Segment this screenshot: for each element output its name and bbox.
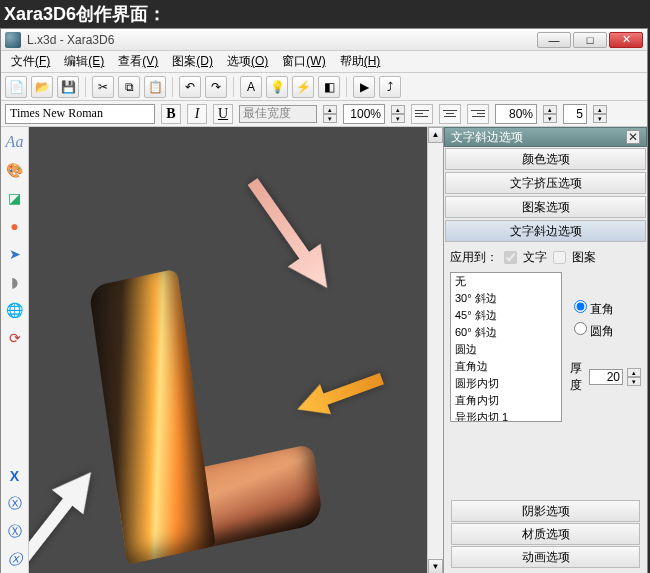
spin-up[interactable]: ▴ <box>391 105 405 114</box>
main-area: Aa 🎨 ◪ ● ➤ ◗ 🌐 ⟳ X ⓧ Ⓧ ⓧ <box>1 127 647 573</box>
menu-help[interactable]: 帮助(H) <box>334 51 387 72</box>
apply-text-checkbox[interactable] <box>504 251 517 264</box>
bevel-list-item[interactable]: 圆边 <box>451 341 561 358</box>
separator <box>346 77 347 97</box>
light-arrow-orange[interactable] <box>290 357 392 430</box>
close-button[interactable]: ✕ <box>609 32 643 48</box>
cut-button[interactable]: ✂ <box>92 76 114 98</box>
bevel-list-item[interactable]: 30° 斜边 <box>451 290 561 307</box>
align-center-button[interactable] <box>439 104 461 124</box>
page-heading: Xara3D6创作界面： <box>0 0 650 28</box>
menu-options[interactable]: 选项(O) <box>221 51 274 72</box>
text-style-icon[interactable]: Aa <box>4 131 26 153</box>
zoom-input[interactable] <box>343 104 385 124</box>
new-button[interactable]: 📄 <box>5 76 27 98</box>
corner-right-radio[interactable]: 直角 <box>574 300 637 318</box>
tab-color[interactable]: 颜色选项 <box>445 148 646 170</box>
undo-button[interactable]: ↶ <box>179 76 201 98</box>
open-button[interactable]: 📂 <box>31 76 53 98</box>
spin-up[interactable]: ▴ <box>543 105 557 114</box>
anim-icon[interactable]: ⟳ <box>4 327 26 349</box>
minimize-button[interactable]: — <box>537 32 571 48</box>
tab-anim[interactable]: 动画选项 <box>451 546 640 568</box>
app-icon <box>5 32 21 48</box>
spin-down[interactable]: ▾ <box>323 114 337 123</box>
bevel-list-item[interactable]: 45° 斜边 <box>451 307 561 324</box>
bevel-list-item[interactable]: 直角内切 <box>451 392 561 409</box>
copy-button[interactable]: ⧉ <box>118 76 140 98</box>
save-button[interactable]: 💾 <box>57 76 79 98</box>
toolbar-font: B I U ▴▾ ▴▾ ▴▾ ▴▾ <box>1 101 647 127</box>
redo-button[interactable]: ↷ <box>205 76 227 98</box>
x-tool-2-icon[interactable]: ⓧ <box>4 493 26 515</box>
underline-button[interactable]: U <box>213 104 233 124</box>
ratio-input[interactable] <box>495 104 537 124</box>
bevel-list-item[interactable]: 圆形内切 <box>451 375 561 392</box>
bevel-list-item[interactable]: 60° 斜边 <box>451 324 561 341</box>
side-toolbar: Aa 🎨 ◪ ● ➤ ◗ 🌐 ⟳ X ⓧ Ⓧ ⓧ <box>1 127 29 573</box>
color-button[interactable]: ◧ <box>318 76 340 98</box>
x-tool-3-icon[interactable]: Ⓧ <box>4 521 26 543</box>
x-tool-1-icon[interactable]: X <box>4 465 26 487</box>
menu-file[interactable]: 文件(F) <box>5 51 56 72</box>
sphere-icon[interactable]: ● <box>4 215 26 237</box>
arrow-icon[interactable]: ➤ <box>4 243 26 265</box>
spin-down[interactable]: ▾ <box>543 114 557 123</box>
palette-icon[interactable]: 🎨 <box>4 159 26 181</box>
thickness-row: 厚度 ▴▾ <box>570 360 641 394</box>
spin-down[interactable]: ▾ <box>593 114 607 123</box>
spin-up[interactable]: ▴ <box>593 105 607 114</box>
globe-icon[interactable]: 🌐 <box>4 299 26 321</box>
scroll-track[interactable] <box>428 143 443 559</box>
align-right-button[interactable] <box>467 104 489 124</box>
x-tool-4-icon[interactable]: ⓧ <box>4 549 26 571</box>
spin-down[interactable]: ▾ <box>391 114 405 123</box>
paste-button[interactable]: 📋 <box>144 76 166 98</box>
app-window: L.x3d - Xara3D6 — □ ✕ 文件(F) 编辑(E) 查看(V) … <box>0 28 648 573</box>
scroll-down-button[interactable]: ▼ <box>428 559 443 573</box>
light-button[interactable]: 💡 <box>266 76 288 98</box>
thickness-input[interactable] <box>589 369 623 385</box>
separator <box>172 77 173 97</box>
canvas-scrollbar[interactable]: ▲ ▼ <box>427 127 443 573</box>
spin-down[interactable]: ▾ <box>627 377 641 386</box>
font-select[interactable] <box>5 104 155 124</box>
corner-round-radio[interactable]: 圆角 <box>574 322 637 340</box>
panel-close-icon[interactable]: ✕ <box>626 130 640 144</box>
width-mode-select[interactable] <box>239 105 317 123</box>
bevel-list-item[interactable]: 无 <box>451 273 561 290</box>
spin-up[interactable]: ▴ <box>627 368 641 377</box>
canvas-3d-view[interactable] <box>29 127 427 573</box>
menu-window[interactable]: 窗口(W) <box>276 51 331 72</box>
flash-button[interactable]: ⚡ <box>292 76 314 98</box>
text-tool-button[interactable]: A <box>240 76 262 98</box>
bevel-list-item[interactable]: 异形内切 1 <box>451 409 561 422</box>
italic-button[interactable]: I <box>187 104 207 124</box>
export-button[interactable]: ⤴ <box>379 76 401 98</box>
shadow-icon[interactable]: ◗ <box>4 271 26 293</box>
menu-edit[interactable]: 编辑(E) <box>58 51 110 72</box>
tab-pattern[interactable]: 图案选项 <box>445 196 646 218</box>
apply-pattern-checkbox[interactable] <box>553 251 566 264</box>
tab-shadow[interactable]: 阴影选项 <box>451 500 640 522</box>
tab-bevel[interactable]: 文字斜边选项 <box>445 220 646 242</box>
preview-button[interactable]: ▶ <box>353 76 375 98</box>
window-title: L.x3d - Xara3D6 <box>27 33 114 47</box>
scroll-up-button[interactable]: ▲ <box>428 127 443 143</box>
bevel-options-section: 应用到： 文字 图案 无30° 斜边45° 斜边60° 斜边圆边直角边圆形内切直… <box>444 243 647 573</box>
maximize-button[interactable]: □ <box>573 32 607 48</box>
align-left-button[interactable] <box>411 104 433 124</box>
spin-up[interactable]: ▴ <box>323 105 337 114</box>
tab-extrude[interactable]: 文字挤压选项 <box>445 172 646 194</box>
apply-label: 应用到： <box>450 249 498 266</box>
panel-title: 文字斜边选项 <box>451 129 523 146</box>
tab-material[interactable]: 材质选项 <box>451 523 640 545</box>
cube-icon[interactable]: ◪ <box>4 187 26 209</box>
bevel-list-item[interactable]: 直角边 <box>451 358 561 375</box>
menu-graphic[interactable]: 图案(D) <box>166 51 219 72</box>
spacing-input[interactable] <box>563 104 587 124</box>
bold-button[interactable]: B <box>161 104 181 124</box>
menu-view[interactable]: 查看(V) <box>112 51 164 72</box>
bevel-type-list[interactable]: 无30° 斜边45° 斜边60° 斜边圆边直角边圆形内切直角内切异形内切 1异形… <box>450 272 562 422</box>
letter-l-shape <box>69 246 329 573</box>
